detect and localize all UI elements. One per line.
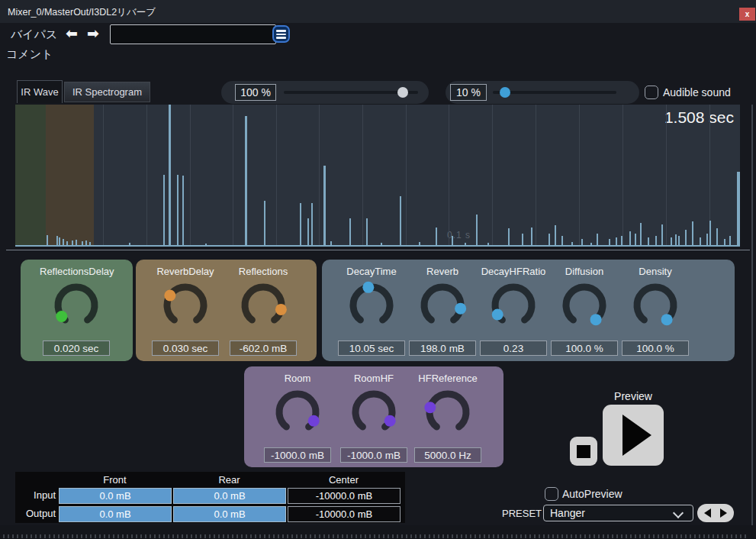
previous-preset-button[interactable] (704, 508, 711, 518)
zoom-value-field[interactable]: 100 % (235, 84, 276, 101)
waveform-spike (597, 234, 598, 245)
knob-label: HFReference (411, 373, 484, 384)
waveform-gridline (666, 105, 667, 247)
decay-panel: DecayTime 10.05 sec Reverb 198.0 mB Deca… (322, 260, 735, 361)
input-front-cell[interactable]: 0.0 mB (59, 488, 172, 504)
reverbdelay-value[interactable]: 0.030 sec (152, 341, 219, 356)
waveform-spike (609, 239, 610, 245)
volume-slider-track[interactable] (493, 91, 616, 94)
waveform-spike (709, 221, 711, 245)
column-header: Rear (173, 474, 285, 486)
input-center-cell[interactable]: -10000.0 mB (288, 488, 401, 504)
waveform-spike (163, 175, 165, 245)
knob-label: Reflections (227, 266, 300, 277)
waveform-spike (706, 234, 708, 245)
waveform-spike (452, 236, 453, 245)
room-knob[interactable] (272, 386, 323, 438)
title-bar: Mixer_0/MasterOut/I3DL2リバーブ (0, 0, 756, 23)
hfreference-knob[interactable] (422, 386, 474, 438)
waveform-spike (323, 166, 326, 245)
waveform-gridline (406, 105, 407, 247)
close-button[interactable]: x (739, 8, 755, 21)
waveform-spike (300, 203, 301, 245)
output-front-cell[interactable]: 0.0 mB (59, 506, 172, 522)
preset-dropdown[interactable]: Hanger (543, 505, 693, 521)
clipped-window-strip (0, 525, 756, 539)
bypass-button[interactable]: バイパス (11, 27, 57, 42)
waveform-baseline (15, 245, 740, 247)
decaytime-knob[interactable] (346, 279, 397, 331)
reflections-delay-panel: ReflectionsDelay 0.020 sec (21, 260, 133, 361)
reverb-value[interactable]: 198.0 mB (409, 341, 476, 356)
room-value[interactable]: -1000.0 mB (264, 447, 331, 463)
hfreference-value[interactable]: 5000.0 Hz (414, 447, 481, 463)
stop-icon (577, 445, 590, 458)
volume-slider-thumb[interactable] (500, 87, 510, 98)
diffusion-value[interactable]: 100.0 % (551, 341, 618, 356)
zoom-slider-thumb[interactable] (397, 87, 408, 98)
diffusion-knob[interactable] (558, 279, 610, 331)
menu-icon[interactable] (272, 25, 290, 43)
preset-label: PRESET (502, 508, 542, 519)
waveform-spike (724, 239, 725, 245)
knob-label: ReverbDelay (149, 266, 222, 277)
clipped-text (3, 534, 749, 538)
reverb-knob[interactable] (417, 279, 468, 331)
preview-label: Preview (603, 390, 664, 402)
output-rear-cell[interactable]: 0.0 mB (173, 506, 286, 522)
waveform-bottom-separator (6, 250, 750, 250)
waveform-gridline (622, 105, 623, 247)
reflectionsdelay-knob[interactable] (50, 279, 102, 331)
waveform-spike (561, 236, 563, 245)
waveform-spike (581, 239, 583, 245)
density-knob[interactable] (629, 279, 681, 331)
density-value[interactable]: 100.0 % (622, 341, 689, 356)
address-input[interactable] (110, 24, 276, 44)
room-panel: Room -1000.0 mB RoomHF -1000.0 mB HFRefe… (244, 366, 503, 467)
input-rear-cell[interactable]: 0.0 mB (173, 488, 286, 504)
knob-label: Reverb (406, 266, 479, 277)
volume-value-field[interactable]: 10 % (450, 84, 487, 101)
knob-label: DecayHFRatio (477, 266, 550, 277)
audible-sound-checkbox[interactable] (645, 86, 658, 99)
next-preset-button[interactable] (720, 508, 727, 518)
decayhfratio-knob[interactable] (487, 279, 539, 331)
waveform-spike (76, 240, 77, 245)
tab-ir-wave[interactable]: IR Wave (17, 80, 63, 103)
decaytime-value[interactable]: 10.05 sec (338, 341, 405, 356)
io-level-table: Front Rear Center Input 0.0 mB 0.0 mB -1… (15, 472, 405, 523)
roomhf-knob[interactable] (348, 386, 400, 438)
output-center-cell[interactable]: -10000.0 mB (288, 506, 401, 522)
stop-button[interactable] (570, 437, 597, 466)
knob-label: Diffusion (548, 266, 621, 277)
play-icon (622, 415, 651, 456)
waveform-spike (555, 225, 556, 245)
waveform-spike (522, 234, 523, 245)
back-arrow-icon[interactable]: ⬅ (66, 26, 78, 41)
forward-arrow-icon[interactable]: ➡ (87, 26, 99, 41)
decayhfratio-value[interactable]: 0.23 (480, 341, 547, 356)
reverbdelay-knob[interactable] (159, 279, 211, 331)
waveform-region (46, 105, 94, 247)
autopreview-checkbox[interactable] (545, 487, 558, 501)
waveform-spike (476, 215, 478, 245)
waveform-spike (616, 237, 617, 245)
waveform-spike (182, 176, 184, 245)
waveform-gridline (449, 105, 449, 247)
window-title: Mixer_0/MasterOut/I3DL2リバーブ (8, 6, 156, 19)
waveform-spike (549, 234, 550, 245)
reflections-knob[interactable] (237, 279, 289, 331)
ir-waveform-display[interactable]: 1.508 sec 0.1 s (15, 105, 740, 247)
waveform-spike (169, 105, 171, 245)
reflectionsdelay-value[interactable]: 0.020 sec (43, 341, 110, 356)
waveform-gridline (362, 105, 363, 247)
waveform-gridline (146, 105, 147, 247)
autopreview-label: AutoPreview (562, 488, 622, 500)
preset-value: Hanger (550, 507, 585, 519)
play-button[interactable] (603, 405, 664, 466)
roomhf-value[interactable]: -1000.0 mB (340, 447, 407, 463)
reflections-value[interactable]: -602.0 mB (230, 341, 297, 356)
tab-ir-spectrogram[interactable]: IR Spectrogram (64, 82, 150, 102)
waveform-spike (629, 231, 631, 245)
knob-label: Density (619, 266, 692, 277)
